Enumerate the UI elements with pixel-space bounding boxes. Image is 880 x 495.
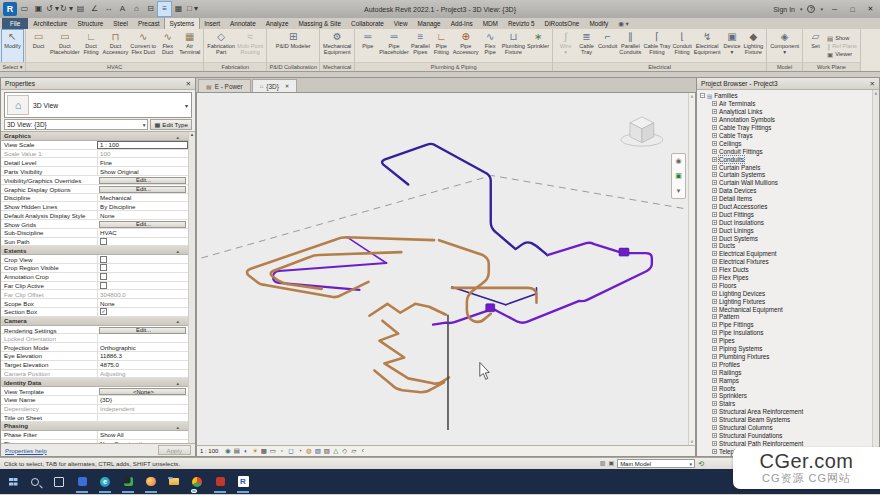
property-row[interactable]: Title on Sheet [1,414,188,423]
browser-item[interactable]: + Conduits [697,155,879,163]
expand-icon[interactable]: + [712,417,717,422]
properties-help-link[interactable]: Properties help [5,447,47,454]
cable-tray-fitting-button[interactable]: ⌈ Cable Tray Fitting [642,30,671,62]
steering-wheel-icon[interactable]: ◉ [675,157,681,165]
task-view-button[interactable] [48,470,70,493]
pipe-fitting-button[interactable]: ∟ Pipe Fitting [431,30,452,62]
property-value[interactable]: HVAC [97,229,188,237]
property-value[interactable]: 304800.0 [97,290,188,298]
conduit-run-navy-diagonal[interactable] [452,287,506,305]
instance-selector[interactable]: 3D View: {3D} ▾ [4,119,148,130]
expand-icon[interactable]: + [712,275,717,280]
property-value[interactable]: 1 : 100 [97,141,188,149]
conduit-fitting-button[interactable]: ⌊ Conduit Fitting [671,30,692,62]
browser-item[interactable]: + Structural Path Reinforcement [697,439,879,447]
ribbon-tab[interactable]: Systems [165,18,200,29]
expand-icon[interactable]: + [712,259,717,264]
reference-line[interactable] [201,176,694,259]
property-value[interactable]: Show All [97,431,188,439]
browser-item[interactable]: + Annotation Symbols [697,116,879,124]
ribbon-tab[interactable]: Collaborate [346,18,389,29]
ribbon-tab[interactable]: Precast [133,18,165,29]
plumbing-fixture-button[interactable]: ⊔ Plumbing Fixture [501,30,526,62]
worksets-icon[interactable]: ▥ [600,460,606,467]
expand-icon[interactable]: + [712,165,717,170]
pipe-run-copper-zigzag-mid[interactable] [369,304,446,316]
revit-taskbar-icon[interactable]: R [232,470,254,493]
ribbon-tab[interactable]: Manage [413,18,446,29]
ribbon-tab[interactable]: Architecture [28,18,72,29]
pinned-app-orange[interactable] [140,470,162,493]
browser-item[interactable]: + Structural Area Reinforcement [697,408,879,416]
property-value[interactable]: Adjusting [97,370,188,378]
browser-item[interactable]: + Curtain Panels [697,163,879,171]
property-value[interactable] [97,273,188,281]
unlocked-view-icon[interactable]: ◻ [286,446,295,456]
pinned-app-red[interactable] [209,470,231,493]
edge-icon[interactable]: e [94,470,116,493]
ribbon-group-label[interactable]: P&ID Collaboration [267,62,319,71]
browser-item[interactable]: + Sprinklers [697,392,879,400]
viewport-scrollbar[interactable]: ∧∨ [688,93,695,445]
expand-icon[interactable]: + [712,180,717,185]
browser-item[interactable]: + Electrical Fixtures [697,258,879,266]
conduit-junction-box[interactable] [619,248,629,256]
property-row[interactable]: Default Analysis Display Style None [1,211,188,220]
expand-icon[interactable]: + [712,149,717,154]
browser-item[interactable]: + Detail Items [697,195,879,203]
property-value[interactable] [97,255,188,263]
fabrication-part-button[interactable]: ◇ Fabrication Part [206,30,236,62]
ribbon-tab[interactable]: Annotate [225,18,261,29]
conduit-junction-box[interactable] [486,304,495,312]
expand-icon[interactable]: + [712,449,717,454]
conduit-run-navy-branch[interactable] [506,288,537,305]
expand-icon[interactable]: + [712,125,717,130]
text-icon[interactable]: A [116,2,129,16]
type-selector[interactable]: ⌂ 3D View ▾ [4,92,192,118]
cable-tray-button[interactable]: ≣ Cable Tray [576,30,597,62]
property-row[interactable]: Target Elevation 4875.0 [1,361,188,370]
duct-placeholder-button[interactable]: ▭ Duct Placeholder [49,30,81,62]
expand-icon[interactable]: + [712,188,717,193]
modify-button[interactable]: ↖ Modify [2,30,23,62]
property-value[interactable]: Edit... [99,186,186,193]
ribbon-group-label[interactable]: HVAC [26,62,203,71]
expand-icon[interactable]: + [712,141,717,146]
worksharing-display-icon[interactable]: ▧ [313,446,322,456]
show-rendering-dialog-icon[interactable]: ◉ [223,446,232,456]
property-value[interactable]: <None> [99,388,186,395]
expand-icon[interactable]: + [712,196,717,201]
browser-item[interactable]: + Roofs [697,384,879,392]
viewer-button[interactable]: ▣ Viewer [827,51,857,58]
analytical-model-icon[interactable]: △ [331,446,340,456]
close-button[interactable]: ✕ [864,5,877,13]
reveal-constraints-icon[interactable]: ▱ [349,446,358,456]
expand-icon[interactable]: + [712,441,717,446]
property-value[interactable]: Edit... [99,177,186,184]
browser-item[interactable]: + Pattern [697,313,879,321]
sign-in-link[interactable]: Sign In [773,6,795,13]
section-icon[interactable]: ⊟ [144,2,157,16]
property-row[interactable]: Scale Value 1: 100 [1,150,188,159]
start-button[interactable] [2,470,24,493]
sign-in-dropdown-icon[interactable]: ▾ [800,6,803,12]
tree-node-families[interactable]: − ▤ Families [697,91,879,100]
ribbon-tab[interactable]: File [2,18,28,29]
browser-item[interactable]: + Curtain Wall Mullions [697,179,879,187]
browser-item[interactable]: + Pipe Insulations [697,329,879,337]
editable-only-icon[interactable]: ⟲ [698,460,704,468]
mechanical-equipment-button[interactable]: ⚙ Mechanical Equipment [322,30,352,62]
view-cube[interactable] [621,117,663,146]
property-row[interactable]: Annotation Crop [1,273,188,282]
file-explorer-icon[interactable] [163,470,185,493]
ribbon-group-label[interactable]: Plumbing & Piping [355,62,552,71]
property-row[interactable]: View Scale 1 : 100 [1,141,188,150]
shadows-icon[interactable]: ▩ [259,446,268,456]
property-value[interactable]: By Discipline [97,202,188,210]
duct-fitting-button[interactable]: ∟ Duct Fitting [81,30,102,62]
property-row[interactable]: Far Clip Offset 304800.0 [1,290,188,299]
expand-icon[interactable]: + [712,393,717,398]
property-row[interactable]: Crop View [1,255,188,264]
property-row[interactable]: Phase New Construction [1,440,188,443]
browser-item[interactable]: + Structural Beam Systems [697,416,879,424]
